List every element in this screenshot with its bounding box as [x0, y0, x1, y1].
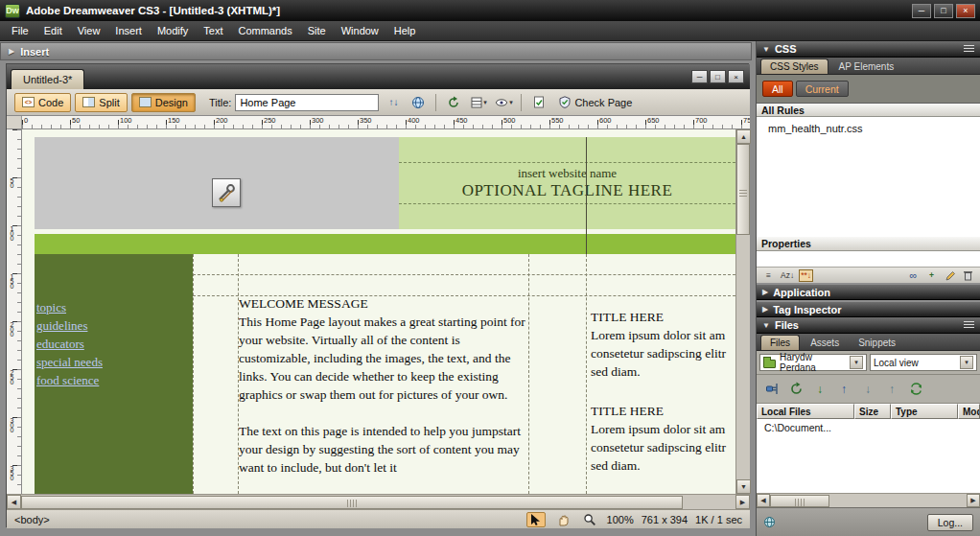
put-files-icon[interactable]: ↑	[835, 381, 852, 398]
panel-menu-icon[interactable]	[964, 321, 974, 329]
zoom-tool-icon[interactable]	[580, 512, 599, 527]
panel-menu-icon[interactable]	[964, 45, 974, 53]
visual-aids-icon[interactable]: ▾	[493, 93, 514, 112]
nav-sidebar[interactable]: topicsguidelineseducatorsspecial needsfo…	[35, 254, 193, 494]
show-set-properties-icon[interactable]: **↓	[799, 269, 813, 282]
design-canvas[interactable]: insert website name OPTIONAL TAGLINE HER…	[22, 129, 735, 494]
header-image-placeholder[interactable]	[35, 137, 399, 229]
delete-css-rule-icon[interactable]	[961, 269, 975, 282]
nav-link[interactable]: special needs	[35, 353, 193, 371]
site-name-text[interactable]: insert website name	[399, 166, 735, 180]
tab-ap-elements[interactable]: AP Elements	[830, 58, 903, 74]
nav-link[interactable]: food science	[35, 371, 193, 389]
check-page-button[interactable]: Check Page	[553, 93, 638, 112]
view-options-icon[interactable]: ▾	[468, 93, 489, 112]
hand-tool-icon[interactable]	[553, 512, 572, 527]
vertical-scrollbar[interactable]: ▲ ▼	[735, 129, 750, 494]
article-title[interactable]: TITLE HERE	[591, 402, 735, 420]
menu-item[interactable]: Modify	[150, 22, 196, 39]
preview-in-browser-icon[interactable]	[408, 93, 429, 112]
split-view-button[interactable]: Split	[75, 93, 127, 112]
refresh-icon[interactable]	[787, 381, 805, 398]
welcome-paragraph[interactable]: This Home Page layout makes a great star…	[239, 313, 528, 404]
doc-restore-button[interactable]: □	[710, 70, 726, 83]
article-body[interactable]: Lorem ipsum dolor sit am consetetur sadi…	[591, 326, 735, 381]
accent-bar[interactable]	[35, 234, 735, 254]
article-body[interactable]: Lorem ipsum dolor sit am consetetur sadi…	[591, 420, 735, 475]
nav-link[interactable]: topics	[35, 298, 193, 316]
horizontal-scroll-thumb[interactable]	[21, 496, 683, 509]
tag-selector[interactable]: <body>	[14, 514, 50, 525]
dropdown-arrow-icon[interactable]: ▾	[850, 356, 863, 369]
file-tree-root[interactable]: C:\Document...	[764, 422, 980, 433]
view-select[interactable]: Local view ▾	[870, 354, 977, 371]
welcome-heading[interactable]: WELCOME MESSAGE	[239, 294, 528, 313]
nav-link[interactable]: guidelines	[35, 316, 193, 335]
zoom-level[interactable]: 100%	[607, 514, 634, 525]
code-view-button[interactable]: <> Code	[14, 93, 71, 112]
new-css-rule-icon[interactable]: +	[924, 269, 939, 282]
edit-style-icon[interactable]	[943, 269, 957, 282]
get-files-icon[interactable]: ↓	[811, 381, 828, 398]
connect-icon[interactable]	[763, 381, 781, 398]
horizontal-scrollbar[interactable]: ◀ ▶	[7, 494, 750, 509]
window-size[interactable]: 761 x 394	[642, 514, 688, 525]
tab-snippets[interactable]: Snippets	[850, 335, 904, 350]
column-header[interactable]: Local Files	[757, 404, 854, 419]
scroll-left-button[interactable]: ◀	[757, 494, 770, 507]
stylesheet-item[interactable]: mm_health_nutr.css	[768, 123, 980, 134]
column-header[interactable]: Modified	[958, 404, 980, 419]
menu-item[interactable]: Commands	[230, 22, 299, 39]
document-tab[interactable]: Untitled-3*	[11, 69, 84, 89]
menu-item[interactable]: Text	[196, 22, 230, 39]
image-placeholder-button[interactable]	[212, 178, 241, 207]
css-mode-all-button[interactable]: All	[762, 81, 793, 97]
attach-stylesheet-icon[interactable]: ∞	[906, 269, 921, 282]
article-title[interactable]: TITLE HERE	[591, 308, 735, 326]
select-tool-icon[interactable]	[526, 512, 546, 527]
insert-bar[interactable]: ▶ Insert	[0, 42, 752, 60]
column-header[interactable]: Size	[854, 404, 891, 419]
menu-item[interactable]: View	[70, 22, 108, 39]
design-view-button[interactable]: Design	[131, 93, 196, 112]
close-button[interactable]: ×	[956, 4, 975, 18]
application-panel-header[interactable]: ▶ Application	[757, 285, 980, 300]
file-management-icon[interactable]: ↑↓	[383, 93, 404, 112]
validate-markup-icon[interactable]	[528, 93, 549, 112]
site-select[interactable]: Harydw Perdana ▾	[759, 354, 867, 371]
check-out-files-icon[interactable]: ↓	[859, 381, 876, 398]
scroll-right-button[interactable]: ▶	[735, 495, 750, 509]
page-title-input[interactable]	[235, 94, 379, 111]
article-block[interactable]: TITLE HERE Lorem ipsum dolor sit am cons…	[591, 308, 735, 381]
menu-item[interactable]: Insert	[107, 22, 150, 39]
menu-item[interactable]: Edit	[36, 22, 70, 39]
css-panel-header[interactable]: ▼ CSS	[757, 41, 980, 58]
show-category-view-icon[interactable]: ≡	[761, 269, 776, 282]
files-scroll-thumb[interactable]	[770, 495, 829, 507]
refresh-design-view-icon[interactable]	[443, 93, 464, 112]
files-horizontal-scrollbar[interactable]: ◀ ▶	[757, 493, 980, 507]
site-name-region[interactable]: insert website name OPTIONAL TAGLINE HER…	[399, 137, 735, 229]
tab-files[interactable]: Files	[760, 335, 800, 350]
scroll-left-button[interactable]: ◀	[7, 495, 21, 509]
minimize-button[interactable]: ─	[912, 4, 931, 18]
vertical-scroll-thumb[interactable]	[736, 144, 750, 235]
maximize-button[interactable]: □	[934, 4, 953, 18]
show-list-view-icon[interactable]: Az↓	[780, 269, 795, 282]
scroll-down-button[interactable]: ▼	[736, 479, 751, 494]
doc-close-button[interactable]: ×	[728, 70, 744, 83]
scroll-right-button[interactable]: ▶	[967, 494, 980, 507]
log-button[interactable]: Log...	[927, 514, 973, 531]
menu-item[interactable]: Help	[386, 22, 424, 39]
welcome-message-block[interactable]: WELCOME MESSAGE This Home Page layout ma…	[239, 294, 528, 477]
welcome-paragraph[interactable]: The text on this page is intended to hel…	[239, 422, 528, 477]
nav-link[interactable]: educators	[35, 335, 193, 353]
tagline-text[interactable]: OPTIONAL TAGLINE HERE	[399, 180, 735, 200]
files-panel-header[interactable]: ▼ Files	[757, 317, 980, 334]
menu-item[interactable]: Site	[300, 22, 334, 39]
scroll-up-button[interactable]: ▲	[736, 129, 751, 144]
menu-item[interactable]: File	[4, 22, 36, 39]
css-mode-current-button[interactable]: Current	[796, 81, 849, 97]
css-properties-area[interactable]	[757, 251, 980, 267]
column-header[interactable]: Type	[891, 404, 958, 419]
